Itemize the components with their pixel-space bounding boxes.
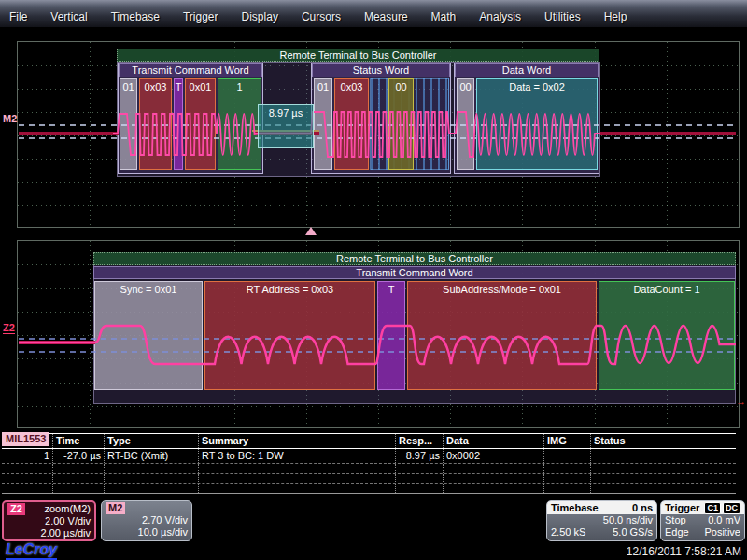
zoom-trace-descriptor[interactable]: Z2 zoom(M2) 2.00 V/div 2.00 µs/div xyxy=(2,500,96,541)
cell-index: 1 xyxy=(2,449,53,463)
trigger-type: Edge xyxy=(665,526,689,539)
trigger-level: 0.0 mV xyxy=(708,514,740,526)
waveform-trace-z2 xyxy=(17,240,738,427)
table-empty-row xyxy=(2,483,736,494)
cell-resp: 8.97 µs xyxy=(396,449,444,463)
trigger-source-badge: C1 xyxy=(704,502,721,514)
trigger-slope: Positive xyxy=(704,526,740,539)
menu-cursors[interactable]: Cursors xyxy=(302,10,341,23)
menu-vertical[interactable]: Vertical xyxy=(50,10,87,23)
col-summary: Summary xyxy=(199,434,396,448)
trigger-coupling-badge: DC xyxy=(723,502,740,514)
z2-vdiv: 2.00 V/div xyxy=(45,515,91,527)
decode-table-header: Time Type Summary Resp... Data IMG Statu… xyxy=(2,433,736,449)
math-trace-descriptor[interactable]: M2 2.70 V/div 10.0 µs/div xyxy=(101,500,192,541)
menu-timebase[interactable]: Timebase xyxy=(111,10,160,23)
menu-help[interactable]: Help xyxy=(604,10,627,23)
response-time-bubble: 8.97 µs xyxy=(258,104,314,148)
timebase-rate: 5.0 GS/s xyxy=(613,526,653,539)
m2-tdiv: 10.0 µs/div xyxy=(138,526,188,539)
lecroy-logo: LeCroy xyxy=(6,541,57,560)
col-resp: Resp... xyxy=(396,434,444,448)
scroll-right-arrow-icon[interactable]: → xyxy=(736,396,746,407)
cell-time: -27.0 µs xyxy=(53,449,105,463)
bus-protocol-badge[interactable]: MIL1553 xyxy=(2,432,49,446)
m2-vdiv: 2.70 V/div xyxy=(142,514,188,526)
cell-type: RT-BC (Xmit) xyxy=(105,449,199,463)
timebase-samples: 2.50 kS xyxy=(551,526,585,539)
table-empty-row xyxy=(2,463,736,473)
trigger-descriptor[interactable]: Trigger C1 DC Stop 0.0 mV Edge Positive xyxy=(660,500,745,541)
timebase-descriptor[interactable]: Timebase 0 ns 50.0 ns/div 2.50 kS 5.0 GS… xyxy=(546,500,657,541)
menu-file[interactable]: File xyxy=(9,10,27,23)
cell-img xyxy=(544,449,591,463)
z2-badge: Z2 xyxy=(7,503,25,515)
cell-summary: RT 3 to BC: 1 DW xyxy=(199,449,396,463)
menu-utilities[interactable]: Utilities xyxy=(544,10,581,23)
cell-data: 0x0002 xyxy=(444,449,544,463)
oscilloscope-screen: File Vertical Timebase Trigger Display C… xyxy=(0,0,747,560)
trigger-position-marker[interactable] xyxy=(305,227,317,235)
timebase-title: Timebase xyxy=(551,501,599,514)
trigger-title: Trigger xyxy=(665,501,699,514)
col-type: Type xyxy=(105,434,199,448)
table-empty-row xyxy=(2,473,736,483)
menu-trigger[interactable]: Trigger xyxy=(183,10,218,23)
col-data: Data xyxy=(444,434,544,448)
m2-badge: M2 xyxy=(106,502,125,514)
datetime-display: 12/16/2011 7:58:21 AM xyxy=(627,545,741,558)
z2-tdiv: 2.00 µs/div xyxy=(41,527,91,539)
timebase-offset: 0 ns xyxy=(632,501,653,514)
table-row[interactable]: 1 -27.0 µs RT-BC (Xmit) RT 3 to BC: 1 DW… xyxy=(2,449,736,463)
z2-title: zoom(M2) xyxy=(44,503,91,515)
waveform-trace-m2 xyxy=(17,41,738,226)
trigger-mode: Stop xyxy=(665,514,686,526)
cell-status xyxy=(591,449,736,463)
col-status: Status xyxy=(591,434,736,448)
menu-analysis[interactable]: Analysis xyxy=(479,10,521,23)
decode-table: MIL1553 Time Type Summary Resp... Data I… xyxy=(2,433,736,494)
menu-display[interactable]: Display xyxy=(242,10,278,23)
menu-bar: File Vertical Timebase Trigger Display C… xyxy=(0,0,747,28)
timebase-tdiv: 50.0 ns/div xyxy=(603,514,653,526)
col-time: Time xyxy=(53,434,105,448)
channel-indicator-z2[interactable]: Z2 xyxy=(3,322,15,334)
channel-indicator-m2[interactable]: M2 xyxy=(3,113,17,124)
col-img: IMG xyxy=(544,434,591,448)
menu-math[interactable]: Math xyxy=(431,10,457,23)
menu-measure[interactable]: Measure xyxy=(364,10,408,23)
